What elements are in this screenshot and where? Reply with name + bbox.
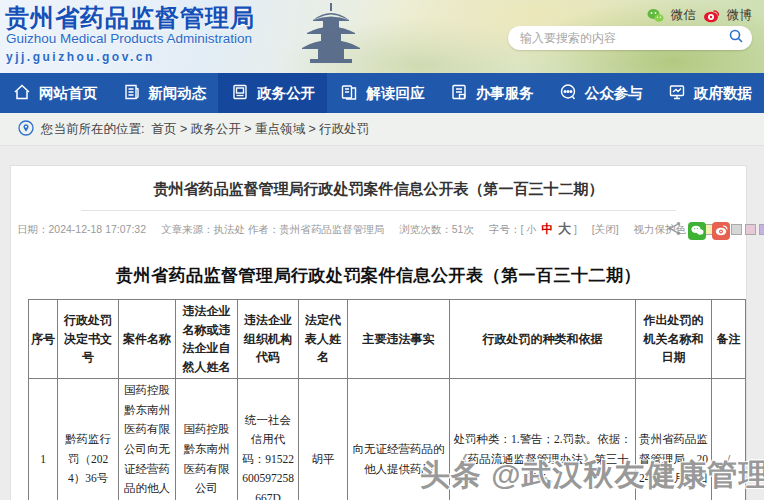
table-cell: 处罚种类：1.警告；2.罚款。依据：《药品流通监督管理办法》第三十五条。 — [450, 379, 636, 500]
nav-label: 办事服务 — [476, 84, 534, 103]
site-url: yjj.guizhou.gov.cn — [6, 50, 155, 64]
font-size-suffix: ] — [574, 223, 577, 235]
table-cell: 胡平 — [299, 379, 348, 500]
font-size-prefix: 字号：[ — [489, 223, 523, 235]
table-header-cell: 违法企业组织机构代码 — [238, 300, 299, 379]
weibo-link[interactable]: 微博 — [727, 7, 752, 24]
news-icon — [121, 82, 141, 105]
font-size-large-button[interactable]: 大 — [558, 221, 571, 236]
table-row: 1黔药监行罚（2024）36号国药控股黔东南州医药有限公司向无证经营药品的他人提… — [29, 379, 746, 500]
nav-item-news[interactable]: 新闻动态 — [109, 73, 218, 113]
meta-source-author: 文章来源：执法处 作者：贵州省药品监督管理局 — [161, 223, 384, 235]
table-cell: 贵州省药品监督管理局，2024年12月16日 — [636, 379, 712, 500]
meta-views: 浏览次数：51次 — [399, 223, 474, 235]
nav-item-services[interactable]: 办事服务 — [437, 73, 546, 113]
site-subtitle-en: Guizhou Medical Products Administration — [6, 31, 252, 46]
table-header-cell: 法定代表人姓名 — [299, 300, 348, 379]
share-weibo-icon[interactable] — [712, 222, 730, 240]
table-header-cell: 主要违法事实 — [348, 300, 450, 379]
table-header-cell: 行政处罚决定书文号 — [58, 300, 119, 379]
gov-info-icon — [230, 82, 250, 105]
breadcrumb-prefix: 您当前所在的位置: — [41, 121, 144, 138]
nav-item-participation[interactable]: 公众参与 — [546, 73, 655, 113]
nav-item-gov-info[interactable]: 政务公开 — [218, 73, 327, 113]
font-size-small-button[interactable]: 小 — [526, 224, 536, 235]
table-header-cell: 作出处罚的机关名称和日期 — [636, 300, 712, 379]
table-header-cell: 序号 — [29, 300, 58, 379]
breadcrumb-path[interactable]: 首页 > 政务公开 > 重点领域 > 行政处罚 — [151, 121, 369, 138]
share-wechat-icon[interactable] — [688, 222, 706, 240]
table-cell: 1 — [29, 379, 58, 500]
wechat-link[interactable]: 微信 — [671, 7, 696, 24]
nav-label: 解读回应 — [366, 84, 424, 103]
site-banner: 贵州省药品监督管理局 Guizhou Medical Products Admi… — [0, 0, 764, 73]
search-input[interactable] — [520, 31, 728, 45]
content-area: 贵州省药品监督管理局行政处罚案件信息公开表（第一百三十二期） 日期：2024-1… — [0, 146, 764, 500]
main-nav: 网站首页 新闻动态 政务公开 解读回应 办事服务 — [0, 73, 764, 113]
nav-label: 网站首页 — [39, 84, 97, 103]
font-size-control: 字号：[ 小 中 大 ] — [489, 223, 577, 235]
search-icon[interactable] — [728, 28, 744, 48]
table-header-cell: 违法企业名称或违法企业自然人姓名 — [176, 300, 238, 379]
share-icon[interactable] — [667, 221, 682, 240]
table-cell: 国药控股黔东南州医药有限公司 — [176, 379, 238, 500]
gov-data-icon — [667, 82, 687, 105]
font-size-medium-button[interactable]: 中 — [541, 222, 553, 236]
close-button[interactable]: [关闭] — [592, 223, 619, 235]
article-panel: 贵州省药品监督管理局行政处罚案件信息公开表（第一百三十二期） 日期：2024-1… — [10, 165, 747, 500]
article-meta: 日期：2024-12-18 17:07:32 文章来源：执法处 作者：贵州省药品… — [11, 220, 746, 238]
search-bar — [508, 26, 752, 50]
table-cell: 向无证经营药品的他人提供药品 — [348, 379, 450, 500]
eye-protect-swatch[interactable] — [731, 224, 742, 235]
table-cell: 统一社会信用代码：91522600597258667D — [238, 379, 299, 500]
eye-protect-swatch[interactable] — [759, 224, 764, 235]
share-row — [667, 221, 730, 240]
location-pin-icon — [18, 120, 34, 139]
meta-date: 日期：2024-12-18 17:07:32 — [17, 223, 146, 235]
table-cell: / — [712, 379, 746, 500]
pagoda-illustration — [300, 2, 362, 73]
title-divider — [81, 210, 676, 211]
table-cell: 黔药监行罚（2024）36号 — [58, 379, 119, 500]
nav-label: 公众参与 — [585, 84, 643, 103]
nav-item-interpret[interactable]: 解读回应 — [327, 73, 436, 113]
table-header-cell: 案件名称 — [119, 300, 176, 379]
table-cell: 国药控股黔东南州医药有限公司向无证经营药品的他人提供药品案 — [119, 379, 176, 500]
participation-icon — [558, 82, 578, 105]
eye-protect-swatch[interactable] — [745, 224, 756, 235]
site-title: 贵州省药品监督管理局 — [5, 2, 255, 34]
wechat-icon[interactable] — [647, 8, 664, 23]
social-links: 微信 微博 — [647, 7, 752, 24]
nav-item-home[interactable]: 网站首页 — [0, 73, 109, 113]
penalty-table: 序号行政处罚决定书文号案件名称违法企业名称或违法企业自然人姓名违法企业组织机构代… — [28, 299, 746, 500]
table-header-cell: 备注 — [712, 300, 746, 379]
page-title: 贵州省药品监督管理局行政处罚案件信息公开表（第一百三十二期） — [11, 166, 746, 199]
home-icon — [12, 82, 32, 105]
nav-label: 政务公开 — [257, 84, 315, 103]
interpret-icon — [339, 82, 359, 105]
table-title: 贵州省药品监督管理局行政处罚案件信息公开表（第一百三十二期） — [11, 264, 746, 287]
nav-label: 政府数据 — [694, 84, 752, 103]
weibo-icon[interactable] — [703, 8, 720, 23]
breadcrumb: 您当前所在的位置: 首页 > 政务公开 > 重点领域 > 行政处罚 — [0, 113, 764, 146]
table-header-cell: 行政处罚的种类和依据 — [450, 300, 636, 379]
table-header-row: 序号行政处罚决定书文号案件名称违法企业名称或违法企业自然人姓名违法企业组织机构代… — [29, 300, 746, 379]
nav-item-gov-data[interactable]: 政府数据 — [655, 73, 764, 113]
nav-label: 新闻动态 — [148, 84, 206, 103]
service-icon — [449, 82, 469, 105]
